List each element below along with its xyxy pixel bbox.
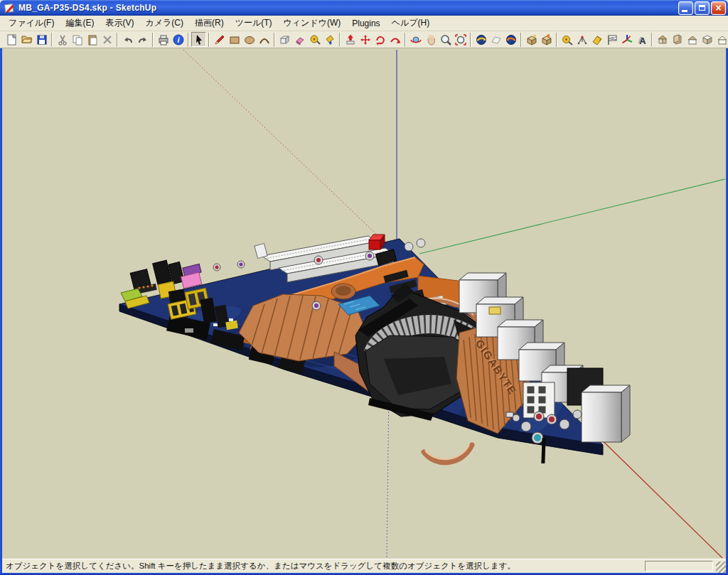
select-icon[interactable] (191, 32, 206, 47)
view-back-icon[interactable] (714, 32, 728, 47)
menu-plugins[interactable]: Plugins (346, 17, 385, 30)
view-iso-icon[interactable] (655, 32, 670, 47)
minimize-button[interactable] (678, 1, 693, 15)
measurement-box[interactable] (645, 561, 713, 571)
view-next-icon[interactable] (503, 32, 518, 47)
battery-center (336, 286, 351, 296)
menu-window[interactable]: ウィンドウ(W) (278, 16, 347, 31)
svg-text:A: A (639, 35, 646, 45)
red-connector (369, 235, 385, 249)
new-icon[interactable] (4, 32, 19, 47)
title-bar[interactable]: MB_GA-P35-DS4.skp - SketchUp × (0, 0, 728, 16)
toolbar-separator (274, 33, 275, 47)
eraser-icon[interactable] (292, 32, 307, 47)
component-1-icon[interactable] (524, 32, 539, 47)
axes-icon[interactable] (619, 32, 634, 47)
cut-icon[interactable] (55, 32, 70, 47)
view-front-icon[interactable] (685, 32, 700, 47)
toolbar: iABCAA (0, 31, 728, 48)
print-icon[interactable] (156, 32, 171, 47)
protractor-icon[interactable] (574, 32, 589, 47)
undo-icon[interactable] (120, 32, 135, 47)
maximize-button[interactable] (695, 1, 710, 15)
make-component-icon[interactable] (277, 32, 292, 47)
copy-icon[interactable] (70, 32, 85, 47)
zoom-icon[interactable] (438, 32, 453, 47)
toolbar-separator (556, 33, 557, 47)
zoom-extents-icon[interactable] (453, 32, 468, 47)
arc-icon[interactable] (257, 32, 272, 47)
open-icon[interactable] (19, 32, 34, 47)
toolbar-separator (152, 33, 154, 47)
toolbar-separator (520, 33, 522, 47)
follow-me-icon[interactable] (387, 32, 402, 47)
maximize-icon (699, 5, 705, 11)
toolbar-separator (188, 33, 189, 47)
text-icon[interactable]: ABC (604, 32, 619, 47)
menu-help[interactable]: ヘルプ(H) (386, 16, 436, 31)
view-top-icon[interactable] (700, 32, 714, 47)
sketchup-window: MB_GA-P35-DS4.skp - SketchUp × ファイル(F) 編… (0, 0, 728, 575)
menu-draw[interactable]: 描画(R) (189, 16, 230, 31)
save-icon[interactable] (34, 32, 49, 47)
redo-icon[interactable] (135, 32, 150, 47)
dimension-icon[interactable] (560, 32, 574, 47)
menu-camera[interactable]: カメラ(C) (139, 16, 189, 31)
toolbar-separator (470, 33, 471, 47)
svg-text:ABC: ABC (609, 36, 616, 40)
view-right-icon[interactable] (670, 32, 685, 47)
menu-edit[interactable]: 編集(E) (60, 16, 100, 31)
menu-bar: ファイル(F) 編集(E) 表示(V) カメラ(C) 描画(R) ツール(T) … (0, 16, 728, 31)
toolbar-separator (339, 33, 341, 47)
text-3d-icon[interactable]: AA (634, 32, 649, 47)
window-title: MB_GA-P35-DS4.skp - SketchUp (18, 3, 677, 13)
toolbar-separator (208, 33, 210, 47)
status-message: オブジェクトを選択してください。Shift キーを押したまま選択するか、またはマ… (6, 561, 515, 570)
resize-grip[interactable] (716, 561, 726, 573)
menu-view[interactable]: 表示(V) (100, 16, 139, 31)
move-icon[interactable] (358, 32, 373, 47)
paste-icon[interactable] (85, 32, 100, 47)
rotate-icon[interactable] (373, 32, 387, 47)
sketchup-app-icon (4, 2, 15, 14)
component-2-icon[interactable] (539, 32, 554, 47)
view-previous-icon[interactable] (473, 32, 488, 47)
push-pull-icon[interactable] (343, 32, 358, 47)
tape-measure-icon[interactable] (307, 32, 322, 47)
minimize-icon (682, 10, 687, 12)
close-button[interactable]: × (711, 1, 726, 15)
menu-tools[interactable]: ツール(T) (230, 16, 278, 31)
menu-file[interactable]: ファイル(F) (3, 16, 60, 31)
view-plane-icon[interactable] (488, 32, 503, 47)
delete-icon[interactable] (100, 32, 114, 47)
line-icon[interactable] (212, 32, 227, 47)
toolbar-separator (405, 33, 406, 47)
status-bar: オブジェクトを選択してください。Shift キーを押したまま選択するか、またはマ… (2, 559, 726, 573)
paint-bucket-icon[interactable] (322, 32, 337, 47)
toolbar-separator (651, 33, 653, 47)
circle-icon[interactable] (242, 32, 257, 47)
3d-viewport[interactable]: GIGABYTE GIGABYTE (2, 48, 726, 559)
toolbar-separator (51, 33, 53, 47)
instructor-icon[interactable]: i (171, 32, 186, 47)
orbit-icon[interactable] (408, 32, 423, 47)
section-plane-icon[interactable] (589, 32, 604, 47)
rectangle-icon[interactable] (227, 32, 242, 47)
pan-icon[interactable] (423, 32, 438, 47)
toolbar-separator (117, 33, 118, 47)
